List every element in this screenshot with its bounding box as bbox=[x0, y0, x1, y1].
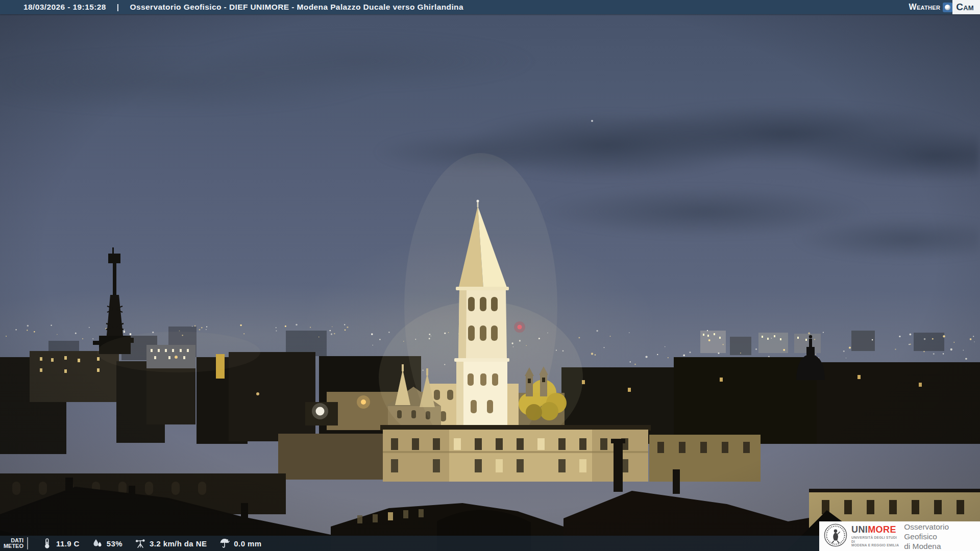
meteo-label: DATI METEO bbox=[0, 538, 23, 549]
humidity-value: 53% bbox=[107, 539, 122, 548]
unimore-brand-box[interactable]: UNIMORE UNIVERSITÀ DEGLI STUDI DI MODENA… bbox=[819, 521, 980, 551]
title-bar: 18/03/2026 - 19:15:28 | Osservatorio Geo… bbox=[0, 0, 980, 14]
temperature-metric: 11.9 C bbox=[41, 538, 80, 549]
rain-icon bbox=[219, 538, 230, 549]
meteo-label-line2: METEO bbox=[0, 543, 23, 549]
page-title: Osservatorio Geofisico - DIEF UNIMORE - … bbox=[130, 3, 463, 12]
rain-value: 0.0 mm bbox=[234, 539, 261, 548]
camera-lens-icon bbox=[943, 3, 952, 12]
weathercam-logo-cam: Cam bbox=[952, 0, 980, 14]
unimore-wordmark: UNIMORE UNIVERSITÀ DEGLI STUDI DI MODENA… bbox=[851, 525, 899, 547]
cityscape-scene bbox=[0, 0, 980, 551]
university-line2: MODENA E REGGIO EMILIA bbox=[851, 543, 899, 547]
university-line1: UNIVERSITÀ DEGLI STUDI DI bbox=[851, 536, 899, 543]
wind-icon bbox=[135, 538, 146, 549]
humidity-icon bbox=[92, 538, 103, 549]
observatory-name: Osservatorio Geofisico di Modena bbox=[904, 522, 980, 551]
unimore-seal-icon bbox=[824, 523, 847, 549]
rain-metric: 0.0 mm bbox=[219, 538, 261, 549]
thermometer-icon bbox=[41, 538, 53, 549]
wind-value: 3.2 km/h da NE bbox=[150, 539, 207, 548]
title-separator: | bbox=[117, 3, 119, 12]
meteo-divider bbox=[27, 537, 28, 549]
observatory-line2: di Modena bbox=[904, 541, 980, 551]
weathercam-logo[interactable]: Weather Cam bbox=[909, 0, 980, 14]
unimore-uni: UNI bbox=[851, 524, 868, 535]
weathercam-logo-weather: Weather bbox=[909, 3, 941, 12]
timestamp: 18/03/2026 - 19:15:28 bbox=[23, 3, 106, 12]
humidity-metric: 53% bbox=[92, 538, 122, 549]
webcam-page: 18/03/2026 - 19:15:28 | Osservatorio Geo… bbox=[0, 0, 980, 551]
temperature-value: 11.9 C bbox=[56, 539, 80, 548]
unimore-more: MORE bbox=[868, 524, 896, 535]
wind-metric: 3.2 km/h da NE bbox=[135, 538, 207, 549]
observatory-line1: Osservatorio Geofisico bbox=[904, 522, 980, 541]
weather-metrics: 11.9 C 53% bbox=[41, 538, 261, 549]
